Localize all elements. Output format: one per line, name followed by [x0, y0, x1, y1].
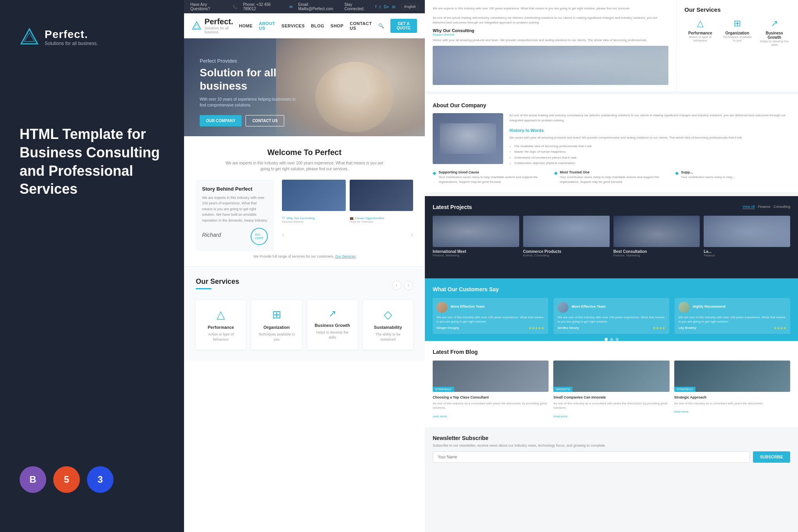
right-services-title: Our Services: [684, 6, 790, 13]
history-title: History In Words: [509, 127, 790, 134]
right-why-consulting-title: Why Our Consulting: [433, 28, 474, 33]
nav-contact[interactable]: CONTACT US: [350, 21, 372, 31]
nav-blog[interactable]: BLOG: [311, 23, 324, 28]
carousel-prev[interactable]: ‹: [282, 231, 284, 239]
about-company-image: [433, 113, 503, 164]
carousel-next[interactable]: ›: [411, 231, 413, 239]
social-gp[interactable]: G+: [384, 5, 389, 9]
testimonial-2: More Effective Team We are one of this i…: [554, 298, 669, 334]
testimonial-3-title: Highly Recommend: [693, 305, 726, 308]
subscribe-button[interactable]: SUBSCRIBE: [753, 451, 790, 463]
social-li[interactable]: in: [392, 5, 395, 9]
right-why-sub: Reason Behind: [433, 33, 668, 36]
social-tw[interactable]: t: [379, 5, 381, 9]
center-panel: Have Any Questions? 📞 Phone: +32 456 789…: [184, 0, 425, 532]
blog-3-tag: STRATEGY: [674, 387, 696, 392]
newsletter-desc: Subscribe to our newsletter, receive new…: [433, 444, 790, 447]
nav-brand-name: Perfect.: [204, 17, 239, 26]
service-why: 🛡 Why Our Consulting Reason Behind: [282, 215, 346, 224]
stars-1: ★★★★★: [529, 326, 544, 330]
growth-icon: ↗: [313, 308, 352, 319]
list-item-4: Collaborates objective physical examinat…: [514, 161, 790, 166]
newsletter-input[interactable]: [433, 451, 750, 463]
html5-icon: 5: [53, 466, 80, 493]
nav-about[interactable]: ABOUT US: [259, 21, 275, 31]
testimonials-section: What Our Customers Say More Effective Te…: [425, 278, 798, 341]
blog-2-tag: GROWTH: [553, 387, 572, 392]
service-why-tag: 🛡 Why Our Consulting: [282, 216, 346, 220]
feature-support-text: Your contribution saves many to help...: [681, 175, 735, 180]
project-3-image: [614, 216, 700, 247]
testimonial-1: More Effective Team We are one of this i…: [433, 298, 548, 334]
feature-cause-title: Supporting Good Cause: [439, 170, 548, 174]
testimonial-1-title: More Effective Team: [451, 305, 485, 308]
nav-home[interactable]: HOME: [239, 23, 253, 28]
contact-us-button[interactable]: CONTACT US: [246, 115, 284, 126]
project-4-cat: Finance: [704, 254, 790, 257]
language-selector[interactable]: English: [401, 4, 419, 10]
tab-consulting[interactable]: Consulting: [773, 205, 790, 209]
service-sustainability: ◇ Sustainability The ability to be susta…: [363, 300, 413, 350]
blog-2-link[interactable]: read more: [553, 415, 567, 418]
rs-performance: △ Performance Action or type of behaviou…: [684, 18, 716, 47]
topbar: Have Any Questions? 📞 Phone: +32 456 789…: [184, 0, 425, 13]
social-fb[interactable]: f: [375, 5, 376, 9]
service-why-sub: Reason Behind: [282, 220, 346, 224]
avatar-2: [558, 302, 569, 313]
tab-finance[interactable]: Finance: [758, 205, 770, 209]
search-icon[interactable]: 🔍: [378, 23, 384, 29]
about-company-section: About Our Company As one of the actual l…: [425, 91, 798, 192]
testimonial-3-text: We are one of this industry with over 10…: [679, 315, 786, 324]
cause-icon: ◆: [433, 170, 436, 176]
projects-title: Latest Projects: [433, 204, 472, 210]
about-image-placeholder: [433, 46, 668, 85]
rac-list: The insatiable idea of becoming professi…: [509, 144, 790, 166]
sustainability-desc: The ability to be sustained: [368, 332, 408, 342]
testimonial-3-header: Highly Recommend: [679, 302, 786, 313]
get-quote-button[interactable]: GET A QUOTE: [390, 19, 417, 33]
project-4-image: [704, 216, 790, 247]
nav-links: HOME ABOUT US SERVICES BLOG SHOP CONTACT…: [239, 19, 417, 33]
author-1: Ginger Doughy: [437, 326, 459, 330]
projects-header: Latest Projects View All Finance Consult…: [433, 204, 790, 210]
our-services-link[interactable]: Our Services: [335, 254, 356, 258]
team-img-placeholder: [282, 180, 346, 211]
tab-view-all[interactable]: View All: [742, 205, 755, 209]
our-company-button[interactable]: OUR COMPANY: [200, 115, 242, 126]
welcome-description: We are experts in this industry with ove…: [222, 160, 387, 172]
nav-services[interactable]: SERVICES: [282, 23, 305, 28]
feature-trusted: ◆ Most Trusted One Your contribution sav…: [554, 170, 669, 184]
image-row-2: 🛡 Why Our Consulting Reason Behind 💼 Car…: [282, 215, 413, 224]
organization-desc: Techniques available to you: [257, 332, 296, 342]
services-prev[interactable]: ‹: [392, 281, 401, 290]
blog-1-desc: As one of this industry as a consultant …: [433, 401, 549, 410]
have-questions: Have Any Questions?: [190, 2, 227, 11]
blog-3-link[interactable]: read more: [674, 410, 688, 413]
nav-shop[interactable]: SHOP: [330, 23, 343, 28]
blog-1-image: STRATEGY: [433, 361, 549, 392]
topbar-right: Stay Connected: f t G+ in English: [344, 2, 419, 11]
avatar-3: [679, 302, 690, 313]
shield-icon: 🛡: [282, 216, 285, 220]
phone-number: Phone: +32 456 789012: [243, 2, 284, 11]
list-item-1: The insatiable idea of becoming professi…: [514, 144, 790, 149]
testimonials-grid: More Effective Team We are one of this i…: [433, 298, 790, 334]
svg-marker-2: [193, 22, 201, 29]
blog-1-link[interactable]: read more: [433, 415, 447, 418]
services-next[interactable]: ›: [404, 281, 413, 290]
blog-3-image: STRATEGY: [674, 361, 790, 392]
author-3: Lily Bradley: [679, 326, 696, 330]
rac-features: ◆ Supporting Good Cause Your contributio…: [433, 170, 790, 184]
right-panel: We are experts in this industry with ove…: [425, 0, 798, 532]
right-row1: We are experts in this industry with ove…: [425, 0, 798, 91]
testimonial-1-footer: Ginger Doughy ★★★★★: [437, 326, 544, 330]
office-image: [350, 180, 413, 211]
main-headline: HTML Template forBusiness Consultingand …: [20, 125, 164, 198]
rs-growth-sub: Helps to develop the skills: [758, 40, 790, 47]
service-career-name: Career Opportunities: [355, 216, 384, 220]
project-4: La... Finance: [704, 216, 790, 257]
carousel-nav: ‹ ›: [282, 231, 413, 239]
testimonial-3: Highly Recommend We are one of this indu…: [675, 298, 790, 334]
why-consulting-tag: Why Our Consulting: [433, 28, 668, 33]
right-about-partial: We are experts in this industry with ove…: [425, 0, 677, 91]
